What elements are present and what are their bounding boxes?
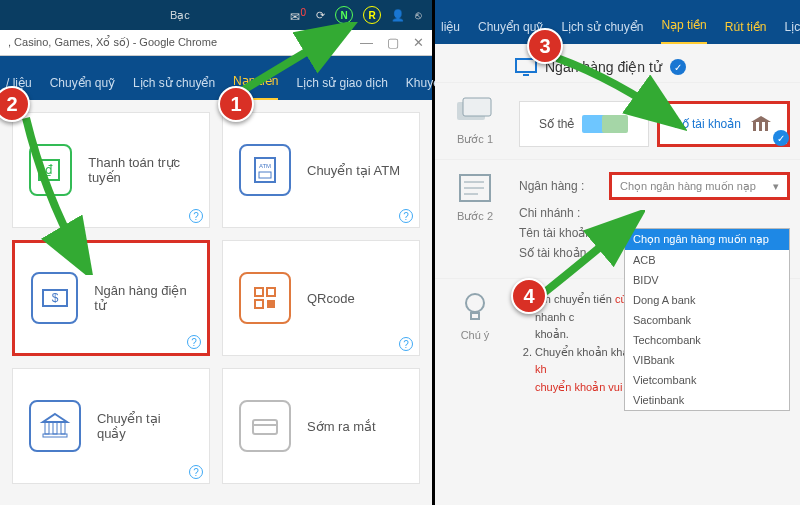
help-icon[interactable]: ?: [187, 335, 201, 349]
page-title-row: Ngân hàng điện tử ✓: [435, 44, 800, 82]
acc-num-label: Số tài khoản :: [519, 246, 599, 260]
bank-option[interactable]: ACB: [625, 250, 789, 270]
lightbulb-icon: [455, 291, 495, 323]
method-account-number[interactable]: Số tài khoản: [657, 101, 791, 147]
svg-rect-8: [267, 288, 275, 296]
help-icon[interactable]: ?: [399, 337, 413, 351]
svg-rect-10: [267, 300, 275, 308]
tab-du-lieu-r[interactable]: liệu: [441, 20, 460, 44]
nav-tabs-right: liệu Chuyển quỹ Lịch sử chuyển Nạp tiền …: [435, 0, 800, 44]
svg-marker-24: [751, 116, 771, 122]
step-2: Bước 2: [445, 172, 505, 266]
verified-icon: ✓: [670, 59, 686, 75]
qr-icon: [239, 272, 291, 324]
bank-select[interactable]: Chọn ngân hàng muốn nạp ▾: [609, 172, 790, 200]
branch-label: Chi nhánh :: [519, 206, 599, 220]
bank-label: Ngân hàng :: [519, 179, 599, 193]
svg-rect-23: [463, 98, 491, 116]
window-minimize[interactable]: —: [360, 35, 373, 50]
cards-icon: [455, 95, 495, 127]
svg-text:ATM: ATM: [259, 163, 271, 169]
svg-rect-12: [45, 422, 49, 434]
tab-chuyen-quy[interactable]: Chuyển quỹ: [50, 76, 115, 100]
bank-option[interactable]: BIDV: [625, 270, 789, 290]
form-icon: [455, 172, 495, 204]
card-label: Thanh toán trực tuyến: [88, 155, 193, 185]
card-chuyen-tai-quay[interactable]: Chuyển tại quầy ?: [12, 368, 210, 484]
mail-icon[interactable]: ✉0: [290, 7, 306, 24]
svg-text:₫: ₫: [45, 163, 53, 177]
help-icon[interactable]: ?: [189, 209, 203, 223]
logout-icon[interactable]: ⎋: [415, 9, 422, 21]
svg-rect-25: [753, 122, 756, 131]
svg-rect-16: [253, 420, 277, 434]
window-maximize[interactable]: ▢: [387, 35, 399, 50]
browser-tab: , Casino, Games, Xổ số) - Google Chrome …: [0, 30, 432, 56]
help-icon[interactable]: ?: [399, 209, 413, 223]
method-card-number[interactable]: Số thẻ: [519, 101, 649, 147]
bank-option[interactable]: Vietcombank: [625, 370, 789, 390]
top-header: Bạc ✉0 ⟳ N R 👤 ⎋: [0, 0, 432, 30]
refresh-icon[interactable]: ⟳: [316, 9, 325, 22]
card-label: Ngân hàng điện tử: [94, 283, 191, 313]
tab-lich-su-chuyen-r[interactable]: Lịch sử chuyển: [561, 20, 643, 44]
acc-name-label: Tên tài khoản :: [519, 226, 599, 240]
card-thanh-toan-truc-tuyen[interactable]: ₫ Thanh toán trực tuyến ?: [12, 112, 210, 228]
card-qrcode[interactable]: QRcode ?: [222, 240, 420, 356]
help-icon[interactable]: ?: [189, 465, 203, 479]
svg-rect-26: [759, 122, 762, 131]
card-label: Sớm ra mắt: [307, 419, 376, 434]
marker-3: 3: [527, 28, 563, 64]
tab-lich-su-chuyen[interactable]: Lịch sử chuyển: [133, 76, 215, 100]
nav-tabs-left: / liệu Chuyển quỹ Lịch sử chuyển Nạp tiề…: [0, 56, 432, 100]
bank-option[interactable]: VIBbank: [625, 350, 789, 370]
window-close[interactable]: ✕: [413, 35, 424, 50]
user-level: Bạc: [170, 9, 190, 22]
coming-soon-icon: [239, 400, 291, 452]
page-title: Ngân hàng điện tử: [545, 59, 662, 75]
chevron-down-icon: ▾: [773, 180, 779, 193]
card-ngan-hang-dien-tu[interactable]: $ Ngân hàng điện tử ?: [12, 240, 210, 356]
r-icon[interactable]: R: [363, 6, 381, 24]
bank-option[interactable]: Techcombank: [625, 330, 789, 350]
bank-building-icon: [749, 114, 773, 134]
svg-rect-15: [43, 434, 67, 437]
svg-text:$: $: [51, 291, 58, 305]
svg-marker-11: [43, 414, 67, 422]
card-chuyen-tai-atm[interactable]: ATM Chuyển tại ATM ?: [222, 112, 420, 228]
n-icon[interactable]: N: [335, 6, 353, 24]
svg-rect-9: [255, 300, 263, 308]
tab-rut-tien-r[interactable]: Rút tiền: [725, 20, 767, 44]
svg-rect-4: [259, 172, 271, 178]
bank-dropdown[interactable]: Chọn ngân hàng muốn nạp ACB BIDV Dong A …: [624, 228, 790, 411]
step-1: Bước 1: [445, 95, 505, 147]
marker-4: 4: [511, 278, 547, 314]
tab-lich-s-r[interactable]: Lịch s: [784, 20, 800, 44]
card-visual-2: [602, 115, 628, 133]
svg-rect-7: [255, 288, 263, 296]
user-silhouette-icon[interactable]: 👤: [391, 9, 405, 22]
tab-title: , Casino, Games, Xổ số) - Google Chrome: [8, 36, 217, 49]
svg-rect-20: [516, 59, 536, 72]
svg-rect-13: [53, 422, 57, 434]
bank-option[interactable]: Dong A bank: [625, 290, 789, 310]
tab-nap-tien-r[interactable]: Nạp tiền: [661, 18, 706, 44]
svg-rect-33: [471, 313, 479, 319]
atm-icon: ATM: [239, 144, 291, 196]
svg-rect-14: [61, 422, 65, 434]
ebank-icon: $: [31, 272, 78, 324]
card-som-ra-mat[interactable]: Sớm ra mắt: [222, 368, 420, 484]
card-label: QRcode: [307, 291, 355, 306]
bank-counter-icon: [29, 400, 81, 452]
marker-1: 1: [218, 86, 254, 122]
bank-option[interactable]: Chọn ngân hàng muốn nạp: [625, 229, 789, 250]
note-step: Chú ý: [445, 291, 505, 397]
bank-option[interactable]: Sacombank: [625, 310, 789, 330]
svg-point-32: [466, 294, 484, 312]
card-label: Chuyển tại quầy: [97, 411, 193, 441]
money-icon: ₫: [29, 144, 72, 196]
card-label: Chuyển tại ATM: [307, 163, 400, 178]
svg-rect-27: [765, 122, 768, 131]
tab-lich-su-giao-dich[interactable]: Lịch sử giao dịch: [296, 76, 387, 100]
bank-option[interactable]: Vietinbank: [625, 390, 789, 410]
